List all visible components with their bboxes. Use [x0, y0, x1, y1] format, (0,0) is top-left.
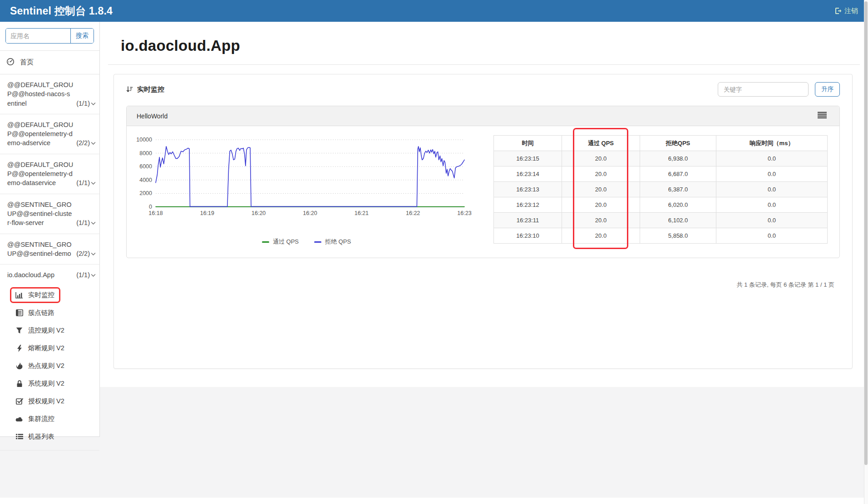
svg-text:16:20: 16:20 — [303, 210, 317, 216]
title-divider — [108, 64, 860, 65]
sidebar: 搜索 首页 @@DEFAULT_GROUP@@hosted-nacos-sent… — [0, 22, 100, 437]
table-cell: 6,102.0 — [640, 213, 716, 228]
table-row: 16:23:1220.06,020.00.0 — [494, 197, 828, 213]
sidebar-app-group[interactable]: @@DEFAULT_GROUP@@hosted-nacos-sentinel(1… — [0, 74, 99, 114]
table-cell: 20.0 — [562, 151, 640, 166]
table-cell: 16:23:11 — [494, 213, 562, 228]
chevron-down-icon — [91, 178, 96, 187]
svg-text:2000: 2000 — [139, 190, 152, 196]
logout-button[interactable]: 注销 — [834, 7, 858, 15]
sort-amount-icon — [126, 86, 133, 93]
chevron-down-icon — [91, 218, 96, 227]
sidebar-group-io-daocloud-app[interactable]: io.daocloud.App (1/1) — [0, 264, 99, 285]
list-icon — [15, 434, 23, 440]
table-row: 16:23:1420.06,687.00.0 — [494, 166, 828, 182]
chevron-down-icon — [91, 249, 96, 258]
table-cell: 0.0 — [716, 213, 828, 228]
table-cell: 16:23:10 — [494, 228, 562, 244]
bar-chart-icon — [15, 292, 23, 298]
svg-text:4000: 4000 — [139, 177, 152, 183]
chevron-down-icon — [91, 99, 96, 108]
page-title: io.daocloud.App — [121, 37, 868, 54]
sidebar-app-group[interactable]: @@DEFAULT_GROUP@@opentelemetry-demo-adse… — [0, 114, 99, 154]
legend-item[interactable]: 通过 QPS — [262, 238, 299, 246]
table-cell: 6,387.0 — [640, 182, 716, 197]
table-cell: 6,938.0 — [640, 151, 716, 166]
search-button[interactable]: 搜索 — [70, 29, 94, 43]
sidebar-item-label: 集群流控 — [28, 415, 54, 423]
svg-text:16:22: 16:22 — [406, 210, 420, 216]
sidebar-app-group[interactable]: @@DEFAULT_GROUP@@opentelemetry-demo-data… — [0, 154, 99, 194]
group-label: @@DEFAULT_GROUP@@hosted-nacos-sentinel — [5, 80, 74, 108]
table-cell: 0.0 — [716, 166, 828, 182]
sidebar-search-area: 搜索 — [0, 22, 99, 51]
menu-icon[interactable] — [818, 112, 827, 120]
svg-text:16:23: 16:23 — [457, 210, 471, 216]
chart-legend: 通过 QPS拒绝 QPS — [136, 238, 477, 246]
svg-text:16:19: 16:19 — [200, 210, 214, 216]
table-cell: 0.0 — [716, 182, 828, 197]
lock-icon — [15, 380, 23, 387]
sidebar-item-cluster-link[interactable]: 簇点链路 — [0, 304, 99, 322]
svg-text:16:18: 16:18 — [148, 210, 163, 216]
sidebar-item-check-square[interactable]: 授权规则 V2 — [0, 392, 99, 410]
sidebar-item-fire[interactable]: 热点规则 V2 — [0, 357, 99, 375]
app-submenu: 实时监控簇点链路流控规则 V2熔断规则 V2热点规则 V2系统规则 V2授权规则… — [0, 285, 99, 450]
legend-swatch — [262, 241, 269, 243]
qps-line-chart: 020004000600080001000016:1816:1916:2016:… — [136, 134, 477, 246]
group-count: (1/1) — [76, 270, 90, 279]
realtime-monitor-panel: 实时监控 升序 HelloWorld 020004000600080001000… — [113, 74, 853, 369]
bottom-strip — [0, 498, 868, 504]
table-cell: 16:23:15 — [494, 151, 562, 166]
sidebar-app-group[interactable]: @@SENTINEL_GROUP@@sentinel-cluster-flow-… — [0, 194, 99, 234]
sidebar-item-home[interactable]: 首页 — [0, 51, 99, 74]
sidebar-app-group[interactable]: @@SENTINEL_GROUP@@sentinel-demo(2/2) — [0, 234, 99, 265]
sidebar-item-label: 簇点链路 — [28, 308, 54, 317]
chevron-down-icon — [91, 270, 96, 279]
table-cell: 20.0 — [562, 197, 640, 213]
main-content: io.daocloud.App 实时监控 升序 HelloWorld — [100, 22, 868, 387]
table-cell: 16:23:14 — [494, 166, 562, 182]
table-cell: 6,020.0 — [640, 197, 716, 213]
legend-item[interactable]: 拒绝 QPS — [314, 238, 351, 246]
app-search-input[interactable] — [6, 29, 70, 43]
sidebar-item-lock[interactable]: 系统规则 V2 — [0, 375, 99, 392]
vertical-scrollbar[interactable] — [864, 0, 868, 504]
filter-icon — [15, 327, 23, 334]
group-count: (2/2) — [76, 138, 90, 147]
sidebar-item-list[interactable]: 机器列表 — [0, 428, 99, 445]
sidebar-home-label: 首页 — [20, 58, 34, 67]
cloud-icon — [15, 416, 23, 422]
sidebar-item-filter[interactable]: 流控规则 V2 — [0, 322, 99, 339]
svg-text:10000: 10000 — [136, 137, 152, 143]
panel-title: 实时监控 — [137, 85, 164, 94]
table-cell: 20.0 — [562, 182, 640, 197]
group-count: (1/1) — [76, 99, 90, 108]
chart-canvas: 020004000600080001000016:1816:1916:2016:… — [136, 134, 477, 230]
svg-text:6000: 6000 — [139, 163, 152, 170]
table-cell: 0.0 — [716, 151, 828, 166]
table-cell: 0.0 — [716, 228, 828, 244]
table-row: 16:23:1520.06,938.00.0 — [494, 151, 828, 166]
sidebar-item-label: 热点规则 V2 — [28, 362, 64, 370]
table-column-header: 拒绝QPS — [640, 136, 716, 151]
sidebar-item-label: 实时监控 — [28, 291, 54, 299]
group-count: (1/1) — [76, 218, 90, 227]
logout-icon — [834, 7, 842, 15]
panel-title-row: 实时监控 — [126, 85, 164, 94]
fire-icon — [15, 362, 23, 370]
table-row: 16:23:1020.05,858.00.0 — [494, 228, 828, 244]
ascending-sort-button[interactable]: 升序 — [815, 82, 840, 97]
sidebar-item-bolt[interactable]: 熔断规则 V2 — [0, 339, 99, 357]
group-label: @@DEFAULT_GROUP@@opentelemetry-demo-adse… — [5, 120, 74, 148]
keyword-input[interactable] — [718, 82, 809, 97]
group-label: @@SENTINEL_GROUP@@sentinel-cluster-flow-… — [5, 200, 74, 228]
sidebar-item-bar-chart[interactable]: 实时监控 — [0, 286, 99, 304]
sidebar-item-cloud[interactable]: 集群流控 — [0, 410, 99, 428]
legend-swatch — [314, 241, 321, 243]
scrollbar-thumb[interactable] — [864, 1, 868, 465]
check-square-icon — [15, 398, 23, 405]
group-count: (1/1) — [76, 178, 90, 187]
table-row: 16:23:1120.06,102.00.0 — [494, 213, 828, 228]
metrics-table-wrap: 时间通过 QPS拒绝QPS响应时间（ms） 16:23:1520.06,938.… — [493, 135, 828, 246]
